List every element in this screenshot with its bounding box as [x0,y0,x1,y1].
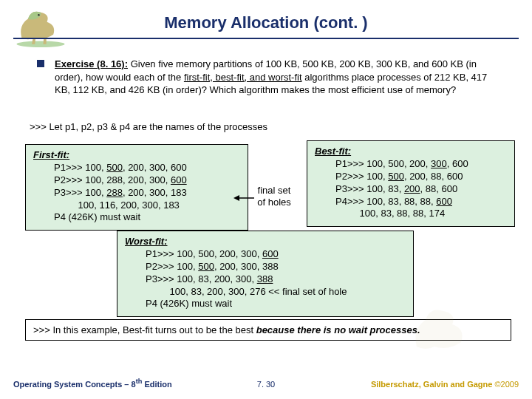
best-fit-box: Best-fit: P1>>> 100, 500, 200, 300, 600P… [307,140,515,227]
slide: Memory Allocation (cont. ) Exercise (8. … [0,0,532,399]
worst-fit-lines: P1>>> 100, 500, 200, 300, 600P2>>> 100, … [125,248,406,310]
svg-point-0 [16,41,64,47]
best-fit-lines: P1>>> 100, 500, 200, 300, 600P2>>> 100, … [315,158,507,220]
bullet-square-icon [37,60,44,67]
final-set-label: final setof holes [253,185,296,208]
watermark-dinosaur [399,296,488,362]
footer-right: Silberschatz, Galvin and Gagne ©2009 [371,380,519,389]
exercise-text: Exercise (8. 16): Given five memory part… [55,58,494,97]
exercise-bullet: Exercise (8. 16): Given five memory part… [37,58,494,97]
first-fit-box: First-fit: P1>>> 100, 500, 200, 300, 600… [25,144,248,231]
worst-fit-box: Worst-fit: P1>>> 100, 500, 200, 300, 600… [117,231,414,317]
first-fit-lines: P1>>> 100, 500, 200, 300, 600P2>>> 100, … [33,162,240,224]
arrow-left-icon [233,194,254,202]
process-names-note: >>> Let p1, p2, p3 & p4 are the names of… [30,121,267,132]
page-title: Memory Allocation (cont. ) [0,13,532,33]
title-rule [13,38,519,39]
svg-marker-3 [233,195,239,201]
